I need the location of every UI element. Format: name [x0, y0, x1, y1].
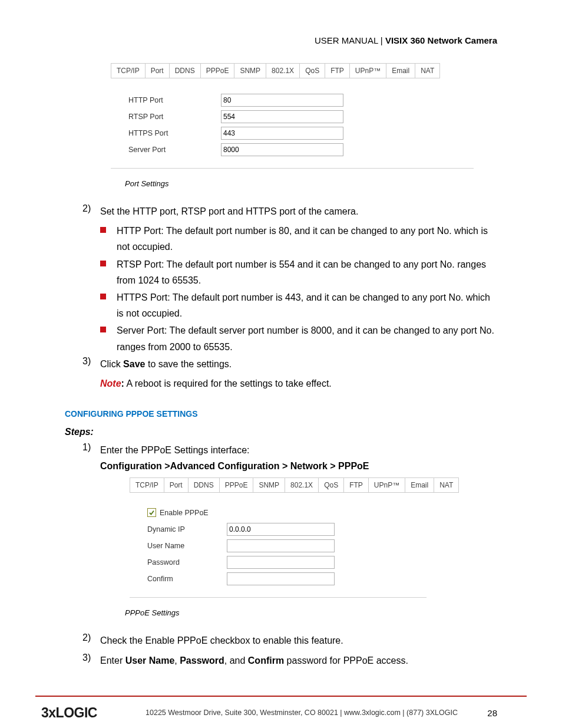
page-number: 28 — [480, 708, 497, 718]
pppoe-step-2: 2) Check the Enable PPPoE checkbox to en… — [65, 633, 497, 648]
tab-qos-2[interactable]: QoS — [319, 477, 344, 493]
step-3-note: Note: A reboot is required for the setti… — [100, 375, 497, 391]
dynamic-ip-label: Dynamic IP — [147, 525, 227, 533]
tab-ftp-2[interactable]: FTP — [344, 477, 369, 493]
pppoe-step-1: 1) Enter the PPPoE Settings interface: C… — [65, 442, 497, 474]
bullet-https-port: HTTPS Port: The default port number is 4… — [100, 289, 497, 321]
confirm-input[interactable] — [227, 572, 335, 585]
rtsp-port-input[interactable] — [221, 110, 343, 123]
dynamic-ip-input[interactable] — [227, 523, 335, 536]
step-2: 2) Set the HTTP port, RTSP port and HTTP… — [65, 203, 497, 219]
caption-port-settings: Port Settings — [65, 179, 497, 188]
rtsp-port-label: RTSP Port — [128, 113, 221, 121]
rtsp-port-row: RTSP Port — [111, 110, 474, 123]
confirm-row: Confirm — [130, 572, 427, 585]
tab-pppoe[interactable]: PPPoE — [201, 63, 235, 78]
tab-qos[interactable]: QoS — [300, 63, 325, 78]
http-port-row: HTTP Port — [111, 94, 474, 107]
tab-snmp-2[interactable]: SNMP — [253, 477, 285, 493]
server-port-row: Server Port — [111, 143, 474, 156]
check-icon — [148, 509, 155, 516]
page-header: USER MANUAL | VISIX 360 Network Camera — [65, 35, 497, 45]
password-row: Password — [130, 556, 427, 569]
tab-ddns-2[interactable]: DDNS — [189, 477, 220, 493]
tab-snmp[interactable]: SNMP — [234, 63, 266, 78]
enable-pppoe-label: Enable PPPoE — [160, 509, 209, 517]
tab-nat[interactable]: NAT — [415, 63, 440, 78]
server-port-input[interactable] — [221, 143, 343, 156]
tab-nat-2[interactable]: NAT — [434, 477, 459, 493]
tab-8021x[interactable]: 802.1X — [266, 63, 300, 78]
steps-heading: Steps: — [65, 427, 497, 437]
tab-8021x-2[interactable]: 802.1X — [285, 477, 319, 493]
square-bullet-icon — [100, 261, 106, 266]
enable-pppoe-checkbox[interactable] — [147, 508, 156, 517]
tab-ddns[interactable]: DDNS — [170, 63, 201, 78]
step-3: 3) Click Save to save the settings. — [65, 356, 497, 372]
enable-pppoe-row: Enable PPPoE — [130, 508, 427, 517]
square-bullet-icon — [100, 294, 106, 299]
page-footer: 3xLOGIC 10225 Westmoor Drive, Suite 300,… — [0, 697, 562, 728]
pppoe-settings-panel: TCP/IP Port DDNS PPPoE SNMP 802.1X QoS F… — [130, 477, 427, 598]
square-bullet-icon — [100, 327, 106, 332]
tab-ftp[interactable]: FTP — [325, 63, 350, 78]
http-port-input[interactable] — [221, 94, 343, 107]
caption-pppoe-settings: PPPoE Settings — [65, 608, 497, 617]
tab-tcpip-2[interactable]: TCP/IP — [130, 477, 164, 493]
dynamic-ip-row: Dynamic IP — [130, 523, 427, 536]
port-settings-panel: TCP/IP Port DDNS PPPoE SNMP 802.1X QoS F… — [111, 63, 474, 169]
password-label: Password — [147, 558, 227, 566]
tab-upnp[interactable]: UPnP™ — [350, 63, 386, 78]
bullet-http-port: HTTP Port: The default port number is 80… — [100, 223, 497, 255]
header-prefix: USER MANUAL | — [315, 35, 385, 45]
tab-port-2[interactable]: Port — [164, 477, 189, 493]
tab-upnp-2[interactable]: UPnP™ — [369, 477, 405, 493]
bullet-server-port: Server Port: The default server port num… — [100, 322, 497, 354]
header-title: VISIX 360 Network Camera — [385, 35, 497, 45]
tab-strip-port: TCP/IP Port DDNS PPPoE SNMP 802.1X QoS F… — [111, 63, 474, 78]
pppoe-step-3: 3) Enter User Name, Password, and Confir… — [65, 653, 497, 668]
footer-address: 10225 Westmoor Drive, Suite 300, Westmin… — [124, 709, 480, 717]
tab-pppoe-2[interactable]: PPPoE — [220, 477, 254, 493]
section-pppoe-title: CONFIGURING PPPOE SETTINGS — [65, 409, 497, 419]
bullet-rtsp-port: RTSP Port: The default port number is 55… — [100, 256, 497, 288]
tab-email[interactable]: Email — [386, 63, 415, 78]
brand-logo: 3xLOGIC — [41, 705, 124, 721]
http-port-label: HTTP Port — [128, 96, 221, 104]
server-port-label: Server Port — [128, 146, 221, 154]
username-label: User Name — [147, 542, 227, 550]
tab-strip-pppoe: TCP/IP Port DDNS PPPoE SNMP 802.1X QoS F… — [130, 477, 427, 493]
tab-email-2[interactable]: Email — [405, 477, 434, 493]
username-input[interactable] — [227, 539, 335, 552]
square-bullet-icon — [100, 227, 106, 233]
tab-tcpip[interactable]: TCP/IP — [111, 63, 146, 78]
username-row: User Name — [130, 539, 427, 552]
https-port-label: HTTPS Port — [128, 129, 221, 137]
https-port-input[interactable] — [221, 127, 343, 140]
password-input[interactable] — [227, 556, 335, 569]
https-port-row: HTTPS Port — [111, 127, 474, 140]
confirm-label: Confirm — [147, 575, 227, 583]
tab-port[interactable]: Port — [146, 63, 170, 78]
